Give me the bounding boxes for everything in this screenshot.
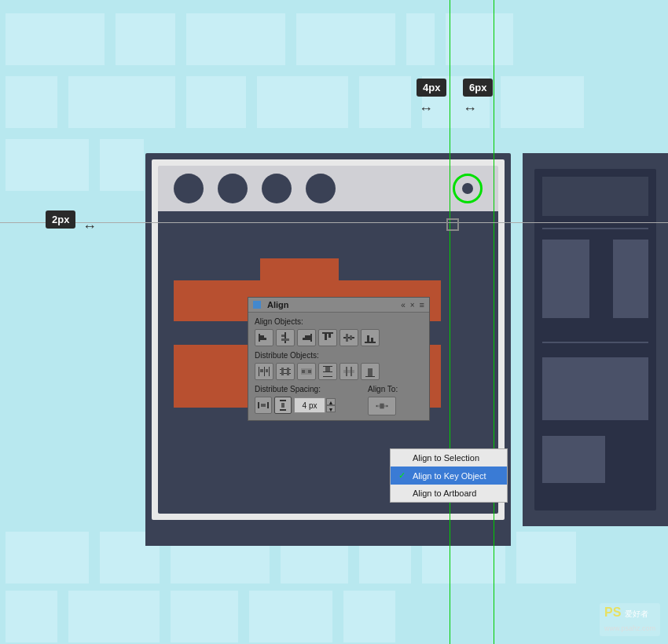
toolbar-circle-green-inner [462, 183, 473, 194]
svg-rect-20 [269, 367, 270, 376]
svg-rect-28 [302, 370, 305, 373]
align-to-label: Align To: [368, 385, 423, 393]
watermark: PS 爱好者 www.psahz.com [600, 603, 660, 636]
spacing-up-button[interactable]: ▲ [326, 398, 336, 405]
check-artboard [398, 488, 408, 498]
svg-rect-43 [280, 409, 286, 411]
dropdown-item-key-object[interactable]: ✓ Align to Key Object [391, 467, 507, 485]
svg-rect-14 [350, 335, 352, 340]
distribute-left-button[interactable] [255, 363, 273, 380]
distribute-center-h-button[interactable] [276, 363, 295, 380]
guide-vertical-1 [450, 0, 450, 644]
svg-rect-16 [367, 335, 369, 342]
align-to-section: Align To: [368, 385, 423, 415]
collapse-button[interactable]: « [401, 301, 406, 309]
watermark-url: www.psahz.com [604, 624, 655, 632]
svg-rect-25 [281, 368, 284, 375]
align-center-h-button[interactable] [276, 329, 295, 346]
align-center-v-button[interactable] [340, 329, 358, 346]
distribute-top-button[interactable] [318, 363, 337, 380]
svg-rect-3 [284, 332, 286, 343]
check-selection [398, 453, 408, 463]
svg-rect-30 [323, 366, 332, 367]
arrow-6px: ↔ [463, 101, 477, 117]
svg-rect-26 [287, 368, 289, 375]
svg-rect-12 [343, 337, 354, 338]
arrow-4px: ↔ [419, 101, 433, 117]
measure-label-4px: 4px [417, 79, 446, 97]
align-to-button[interactable] [368, 397, 396, 415]
close-button[interactable]: × [410, 301, 415, 309]
svg-rect-13 [346, 334, 348, 342]
distribute-right-button[interactable] [297, 363, 316, 380]
dropdown-item-artboard[interactable]: Align to Artboard [391, 485, 507, 502]
svg-rect-11 [328, 334, 331, 338]
svg-rect-2 [260, 338, 266, 340]
svg-rect-36 [343, 370, 354, 373]
align-objects-row [255, 329, 423, 346]
svg-rect-17 [371, 338, 373, 342]
svg-rect-21 [260, 369, 263, 372]
guide-vertical-2 [494, 0, 494, 644]
spacing-down-button[interactable]: ▼ [326, 405, 336, 412]
svg-rect-39 [258, 402, 259, 408]
align-panel-title: Align « × ≡ [248, 298, 429, 313]
svg-rect-10 [325, 334, 327, 340]
toolbar-circle-4 [306, 174, 336, 203]
align-bottom-row: Distribute Spacing: 4 px [255, 385, 423, 415]
align-panel-title-text: Align [267, 300, 289, 309]
svg-rect-15 [365, 342, 376, 343]
distribute-v-spacing-button[interactable] [274, 397, 292, 414]
svg-rect-32 [323, 376, 332, 377]
distribute-center-v-button[interactable] [340, 363, 358, 380]
svg-rect-1 [260, 335, 264, 338]
align-to-dropdown: Align to Selection ✓ Align to Key Object… [390, 448, 508, 503]
align-bottom-button[interactable] [361, 329, 380, 346]
toolbar-circle-1 [174, 174, 204, 203]
dropdown-item-selection[interactable]: Align to Selection [391, 449, 507, 467]
svg-rect-7 [305, 335, 310, 338]
distribute-objects-row [255, 363, 423, 380]
toolbar-circle-green [453, 174, 483, 203]
watermark-site: 爱好者 [625, 609, 648, 618]
svg-rect-29 [308, 370, 311, 373]
distribute-bottom-button[interactable] [361, 363, 380, 380]
svg-rect-38 [368, 368, 373, 376]
svg-rect-4 [281, 335, 284, 337]
svg-rect-46 [380, 404, 384, 409]
toolbar-circle-3 [262, 174, 292, 203]
svg-rect-8 [303, 338, 310, 340]
align-panel: Align « × ≡ Align Objects: [248, 297, 430, 421]
toolbar-bar [158, 166, 498, 211]
align-left-button[interactable] [255, 329, 273, 346]
right-panel [523, 153, 668, 526]
align-top-button[interactable] [318, 329, 337, 346]
measure-label-6px: 6px [463, 79, 493, 97]
distribute-spacing-label: Distribute Spacing: [255, 385, 362, 393]
svg-rect-22 [266, 369, 268, 372]
align-panel-controls: Align Objects: [248, 313, 429, 420]
svg-rect-31 [323, 371, 332, 372]
align-icon [253, 301, 261, 309]
svg-rect-9 [322, 332, 333, 334]
guide-horizontal-1 [0, 222, 668, 223]
svg-rect-37 [365, 376, 375, 377]
arrow-2px: ↔ [83, 218, 97, 235]
svg-rect-6 [310, 334, 312, 342]
svg-rect-19 [264, 367, 265, 376]
anchor-icon [446, 218, 459, 231]
svg-rect-44 [281, 403, 284, 408]
distribute-objects-label: Distribute Objects: [255, 351, 423, 360]
svg-rect-40 [267, 402, 269, 408]
spacing-input-row: 4 px ▲ ▼ [255, 397, 362, 414]
right-panel-inner [534, 169, 656, 510]
distribute-spacing-section: Distribute Spacing: 4 px [255, 385, 362, 414]
distribute-h-spacing-button[interactable] [255, 397, 272, 414]
align-right-button[interactable] [297, 329, 316, 346]
spacing-value-input[interactable]: 4 px [294, 397, 325, 413]
svg-rect-42 [280, 400, 286, 401]
menu-button[interactable]: ≡ [420, 300, 424, 309]
align-objects-label: Align Objects: [255, 317, 423, 326]
measure-label-2px: 2px [46, 210, 75, 229]
svg-rect-18 [259, 367, 259, 376]
